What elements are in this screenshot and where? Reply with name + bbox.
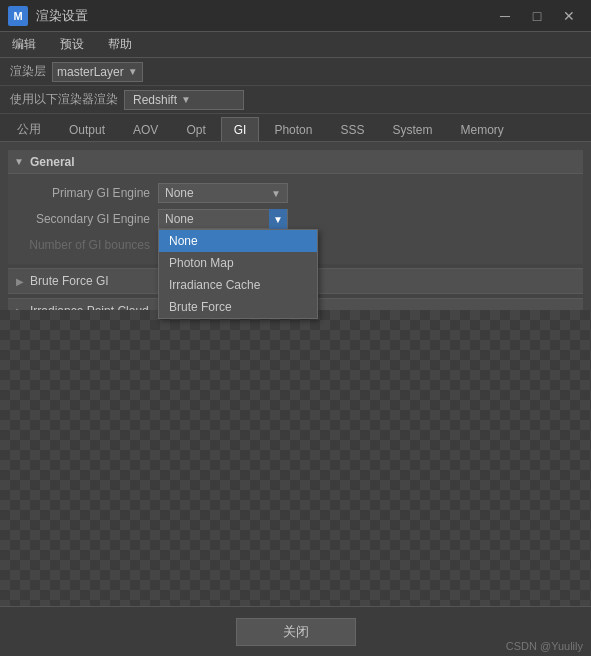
- app-logo: M: [8, 6, 28, 26]
- secondary-gi-engine-value: None: [165, 212, 194, 226]
- menu-help[interactable]: 帮助: [104, 34, 136, 55]
- secondary-gi-engine-row: Secondary GI Engine None ▼ None Photon M…: [8, 206, 583, 232]
- primary-gi-engine-control: None ▼: [158, 183, 573, 203]
- renderer-label: 使用以下渲染器渲染: [10, 91, 118, 108]
- close-window-button[interactable]: ✕: [555, 6, 583, 26]
- render-layer-label: 渲染层: [10, 63, 46, 80]
- bottom-bar: 关闭: [0, 606, 591, 656]
- renderer-select[interactable]: Redshift ▼: [124, 90, 244, 110]
- renderer-value: Redshift: [133, 93, 177, 107]
- tabs-bar: 公用 Output AOV Opt GI Photon SSS System M…: [0, 114, 591, 142]
- close-dialog-button[interactable]: 关闭: [236, 618, 356, 646]
- window-title: 渲染设置: [36, 7, 88, 25]
- tab-system[interactable]: System: [379, 117, 445, 141]
- secondary-gi-engine-label: Secondary GI Engine: [18, 212, 158, 226]
- tab-common[interactable]: 公用: [4, 117, 54, 141]
- general-section-header[interactable]: ▼ General: [8, 150, 583, 174]
- brute-force-arrow-icon: ▶: [16, 276, 24, 287]
- render-layer-arrow: ▼: [128, 66, 138, 77]
- primary-gi-engine-dropdown[interactable]: None ▼: [158, 183, 288, 203]
- dropdown-option-none[interactable]: None: [159, 230, 317, 252]
- tab-opt[interactable]: Opt: [173, 117, 218, 141]
- tab-output[interactable]: Output: [56, 117, 118, 141]
- secondary-dropdown-container: None ▼ None Photon Map Irradiance Cache …: [158, 209, 288, 229]
- tab-gi[interactable]: GI: [221, 117, 260, 141]
- dropdown-option-brute-force[interactable]: Brute Force: [159, 296, 317, 318]
- menu-preset[interactable]: 预设: [56, 34, 88, 55]
- watermark: CSDN @Yuulily: [506, 640, 583, 652]
- primary-gi-dropdown-arrow-icon: ▼: [271, 188, 281, 199]
- dropdown-option-photon-map[interactable]: Photon Map: [159, 252, 317, 274]
- primary-gi-engine-row: Primary GI Engine None ▼: [8, 180, 583, 206]
- title-bar-left: M 渲染设置: [8, 6, 88, 26]
- primary-gi-engine-label: Primary GI Engine: [18, 186, 158, 200]
- menu-edit[interactable]: 编辑: [8, 34, 40, 55]
- minimize-button[interactable]: ─: [491, 6, 519, 26]
- menu-bar: 编辑 预设 帮助: [0, 32, 591, 58]
- empty-area: [0, 310, 591, 606]
- tab-aov[interactable]: AOV: [120, 117, 171, 141]
- secondary-gi-dropdown-menu: None Photon Map Irradiance Cache Brute F…: [158, 229, 318, 319]
- render-layer-row: 渲染层 masterLayer ▼: [0, 58, 591, 86]
- render-layer-value: masterLayer: [57, 65, 124, 79]
- renderer-arrow: ▼: [181, 94, 191, 105]
- render-layer-select[interactable]: masterLayer ▼: [52, 62, 143, 82]
- general-section-title: General: [30, 155, 75, 169]
- dropdown-option-irradiance-cache[interactable]: Irradiance Cache: [159, 274, 317, 296]
- tab-photon[interactable]: Photon: [261, 117, 325, 141]
- secondary-gi-dropdown-arrow-btn[interactable]: ▼: [269, 209, 287, 229]
- title-bar: M 渲染设置 ─ □ ✕: [0, 0, 591, 32]
- tab-sss[interactable]: SSS: [327, 117, 377, 141]
- primary-gi-engine-value: None: [165, 186, 194, 200]
- general-arrow-icon: ▼: [14, 156, 24, 167]
- maximize-button[interactable]: □: [523, 6, 551, 26]
- window-controls: ─ □ ✕: [491, 6, 583, 26]
- secondary-gi-engine-control: None ▼ None Photon Map Irradiance Cache …: [158, 209, 573, 229]
- gi-bounces-label: Number of GI bounces: [18, 238, 158, 252]
- renderer-row: 使用以下渲染器渲染 Redshift ▼: [0, 86, 591, 114]
- brute-force-title: Brute Force GI: [30, 274, 109, 288]
- settings-area: Primary GI Engine None ▼ Secondary GI En…: [8, 174, 583, 264]
- secondary-gi-engine-dropdown[interactable]: None ▼: [158, 209, 288, 229]
- tab-memory[interactable]: Memory: [447, 117, 516, 141]
